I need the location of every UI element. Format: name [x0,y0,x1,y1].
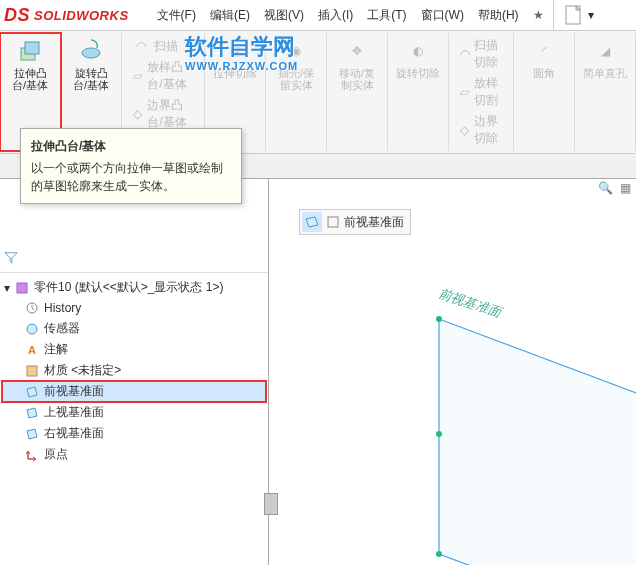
tree-plane-right[interactable]: 右视基准面 [2,423,266,444]
revolve-cut-group: ◐ 旋转切除 [388,33,449,151]
fillet-icon: ◜ [530,37,558,65]
graphics-viewport[interactable]: 🔍 ▦ 前视基准面 前视基准面 [269,179,636,565]
extrude-icon [16,37,44,65]
watermark-title: 软件自学网 [185,32,298,62]
svg-rect-4 [17,283,27,293]
zoom-fit-icon[interactable]: 🔍 [596,179,614,197]
tooltip: 拉伸凸台/基体 以一个或两个方向拉伸一草图或绘制的草图轮廓来生成一实体。 [20,128,242,204]
plane-icon [24,384,40,400]
loft-cut-button[interactable]: ▱放样切割 [455,73,507,111]
boundary-icon: ◇ [132,105,143,123]
menubar: DS SOLIDWORKS 文件(F) 编辑(E) 视图(V) 插入(I) 工具… [0,0,636,31]
move-copy-button[interactable]: ✥ 移动/复制实体 [333,35,381,93]
extrude-boss-button[interactable]: 拉伸凸台/基体 [6,35,54,93]
tree-sensors[interactable]: 传感器 [2,318,266,339]
menu-insert[interactable]: 插入(I) [312,3,359,28]
tree-annotations[interactable]: A 注解 [2,339,266,360]
svg-point-3 [82,48,100,58]
loft-icon: ▱ [132,67,143,85]
svg-point-6 [27,324,37,334]
annotation-icon: A [24,342,40,358]
tooltip-body: 以一个或两个方向拉伸一草图或绘制的草图轮廓来生成一实体。 [31,159,231,195]
tree-plane-front[interactable]: 前视基准面 [2,381,266,402]
tree-root[interactable]: ▾ 零件10 (默认<<默认>_显示状态 1>) [2,277,266,298]
revolve-boss-button[interactable]: 旋转凸台/基体 [67,35,115,93]
svg-rect-2 [25,42,39,54]
feature-tree: ▾ 零件10 (默认<<默认>_显示状态 1>) History 传感器 A 注… [0,273,268,469]
boundary-cut-icon: ◇ [459,121,470,139]
watermark: 软件自学网 WWW.RJZXW.COM [185,32,298,72]
svg-point-11 [436,431,442,437]
sweep-icon: ◠ [132,37,150,55]
menu-help[interactable]: 帮助(H) [472,3,525,28]
menu-file[interactable]: 文件(F) [151,3,202,28]
loft-cut-icon: ▱ [459,83,470,101]
plane-tag-label: 前视基准面 [344,214,404,231]
document-icon [564,4,584,26]
dropdown-icon: ▾ [588,8,594,22]
history-icon [24,300,40,316]
menu-tools[interactable]: 工具(T) [361,3,412,28]
sidebar-resizer[interactable] [264,493,278,515]
svg-rect-8 [328,217,338,227]
menu-edit[interactable]: 编辑(E) [204,3,256,28]
feature-manager: ▾ 零件10 (默认<<默认>_显示状态 1>) History 传感器 A 注… [0,179,269,565]
logo-text: SOLIDWORKS [34,8,129,23]
menu-view[interactable]: 视图(V) [258,3,310,28]
move-icon: ✥ [343,37,371,65]
tree-material[interactable]: 材质 <未指定> [2,360,266,381]
chamfer-icon: ◢ [591,37,619,65]
funnel-icon [4,251,18,265]
star-icon[interactable]: ★ [531,7,547,23]
move-group: ✥ 移动/复制实体 [327,33,388,151]
plane-tag-icon [302,212,322,232]
part-icon [14,280,30,296]
tooltip-title: 拉伸凸台/基体 [31,137,231,155]
logo-icon: DS [4,5,30,26]
plane-wireframe [419,274,636,565]
origin-icon [24,447,40,463]
tree-plane-top[interactable]: 上视基准面 [2,402,266,423]
chamfer-button[interactable]: ◢ 简单直孔 [581,35,629,81]
chamfer-group: ◢ 简单直孔 [575,33,636,151]
plane-tag-icon2 [326,215,340,229]
menu-window[interactable]: 窗口(W) [415,3,470,28]
cut-rows-group: ◠扫描切除 ▱放样切割 ◇边界切除 [449,33,514,151]
svg-rect-7 [27,366,37,376]
tree-history[interactable]: History [2,298,266,318]
new-doc-button[interactable]: ▾ [553,0,604,30]
svg-point-10 [436,551,442,557]
sweep-cut-button[interactable]: ◠扫描切除 [455,35,507,73]
revolve-icon [77,37,105,65]
plane-icon [24,405,40,421]
tree-origin[interactable]: 原点 [2,444,266,465]
plane-icon [24,426,40,442]
fillet-button[interactable]: ◜ 圆角 [520,35,568,81]
svg-point-9 [436,316,442,322]
revolve-label: 旋转凸台/基体 [69,67,113,91]
plane-tag[interactable]: 前视基准面 [299,209,411,235]
extrude-label: 拉伸凸台/基体 [8,67,52,91]
main-area: ▾ 零件10 (默认<<默认>_显示状态 1>) History 传感器 A 注… [0,179,636,565]
root-label: 零件10 (默认<<默认>_显示状态 1>) [34,279,223,296]
app-logo: DS SOLIDWORKS [4,5,129,26]
sensor-icon [24,321,40,337]
filter-bar[interactable] [0,247,268,273]
viewport-controls: 🔍 ▦ [596,179,634,197]
boundary-cut-button[interactable]: ◇边界切除 [455,111,507,149]
sweep-cut-icon: ◠ [459,45,470,63]
expand-icon[interactable]: ▾ [4,281,10,295]
revolve-cut-icon: ◐ [404,37,432,65]
watermark-sub: WWW.RJZXW.COM [185,60,298,72]
material-icon [24,363,40,379]
fillet-group: ◜ 圆角 [514,33,575,151]
view-normal-icon[interactable]: ▦ [616,179,634,197]
revolve-cut-button[interactable]: ◐ 旋转切除 [394,35,442,81]
